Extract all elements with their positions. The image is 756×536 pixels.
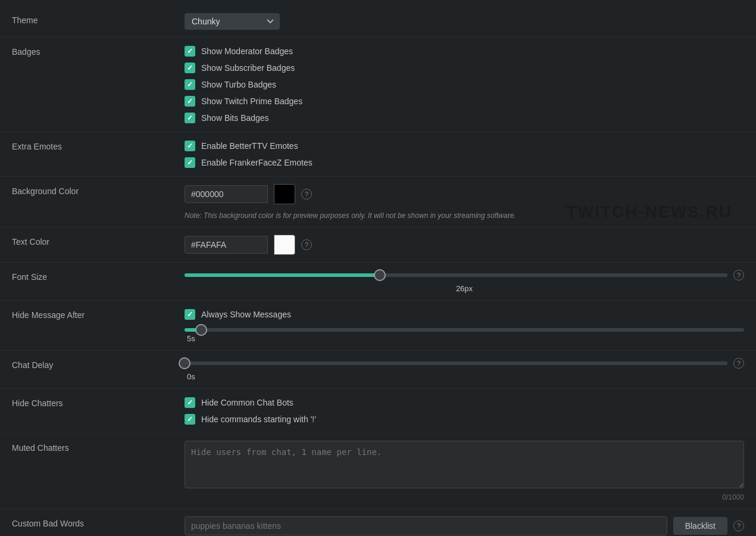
text-color-control: ? (185, 235, 744, 255)
chat-delay-label: Chat Delay (12, 358, 185, 370)
always-show-messages-row: Always Show Messages (185, 308, 744, 321)
hide-chatters-label: Hide Chatters (12, 396, 185, 408)
text-color-input-row: ? (185, 235, 744, 255)
hide-message-after-row: Hide Message After Always Show Messages … (0, 301, 756, 351)
blacklist-button[interactable]: Blacklist (673, 517, 727, 535)
always-show-messages-label: Always Show Messages (201, 310, 291, 319)
background-color-help-icon[interactable]: ? (301, 189, 312, 200)
text-color-label: Text Color (12, 235, 185, 247)
muted-chatters-label: Muted Chatters (12, 441, 185, 453)
hide-commands-label: Hide commands starting with '!' (201, 415, 316, 424)
theme-control: DefaultChunkyCleanCompact (185, 13, 744, 30)
muted-chatters-control: 0/1000 (185, 441, 744, 501)
badge-twitch-prime-label: Show Twitch Prime Badges (201, 96, 302, 106)
badge-twitch-prime-checkbox[interactable] (185, 96, 195, 107)
hide-common-bots-label: Hide Common Chat Bots (201, 398, 293, 407)
background-color-label: Background Color (12, 184, 185, 196)
background-color-control: ? Note: This background color is for pre… (185, 184, 744, 220)
font-size-value: 26px (185, 284, 744, 293)
chat-delay-slider-handle[interactable] (179, 357, 190, 369)
chat-delay-slider-wrapper (185, 362, 727, 365)
hide-delay-slider-container: 5s (185, 328, 744, 343)
badges-label: Badges (12, 45, 185, 57)
font-size-slider-fill (185, 273, 380, 277)
badge-bits-row: Show Bits Badges (185, 111, 744, 124)
extra-emotes-control: Enable BetterTTV Emotes Enable FrankerFa… (185, 139, 744, 169)
background-color-input[interactable] (185, 185, 268, 203)
font-size-slider-wrapper (185, 273, 727, 277)
hide-commands-row: Hide commands starting with '!' (185, 413, 744, 426)
text-color-help-icon[interactable]: ? (301, 239, 312, 250)
badges-control: Show Moderator Badges Show Subscriber Ba… (185, 45, 744, 124)
badge-subscriber-row: Show Subscriber Badges (185, 61, 744, 74)
badge-turbo-checkbox[interactable] (185, 79, 195, 90)
muted-chatters-row: Muted Chatters 0/1000 (0, 434, 756, 509)
badge-moderator-label: Show Moderator Badges (201, 46, 293, 56)
betterttv-checkbox[interactable] (185, 141, 195, 151)
hide-delay-slider-handle[interactable] (195, 324, 207, 336)
hide-delay-value: 5s (185, 334, 744, 343)
frankerfacez-label: Enable FrankerFaceZ Emotes (201, 158, 313, 167)
badge-twitch-prime-row: Show Twitch Prime Badges (185, 95, 744, 108)
background-color-note: Note: This background color is for previ… (185, 211, 744, 220)
background-color-input-row: ? (185, 184, 744, 204)
custom-bad-words-control: Blacklist ? (185, 516, 744, 535)
font-size-slider-handle[interactable] (374, 269, 386, 281)
muted-chatters-count: 0/1000 (185, 493, 744, 501)
hide-message-after-control: Always Show Messages 5s (185, 308, 744, 343)
hide-delay-slider-bg (185, 328, 744, 332)
hide-delay-slider-row (185, 328, 744, 332)
chat-delay-slider-bg (185, 362, 727, 365)
badge-moderator-row: Show Moderator Badges (185, 45, 744, 58)
font-size-control: ? 26px (185, 270, 744, 293)
badge-subscriber-checkbox[interactable] (185, 63, 195, 73)
hide-chatters-control: Hide Common Chat Bots Hide commands star… (185, 396, 744, 426)
extra-emotes-label: Extra Emotes (12, 139, 185, 151)
theme-row: Theme DefaultChunkyCleanCompact (0, 6, 756, 38)
theme-select[interactable]: DefaultChunkyCleanCompact (185, 13, 280, 30)
hide-chatters-row: Hide Chatters Hide Common Chat Bots Hide… (0, 389, 756, 434)
font-size-slider-row: ? (185, 270, 744, 281)
background-color-row: Background Color ? Note: This background… (0, 177, 756, 228)
settings-container: Theme DefaultChunkyCleanCompact Badges S… (0, 0, 756, 536)
font-size-label: Font Size (12, 270, 185, 282)
badge-moderator-checkbox[interactable] (185, 46, 195, 57)
custom-bad-words-label: Custom Bad Words (12, 516, 185, 528)
bad-words-input-row: Blacklist ? (185, 516, 744, 535)
font-size-slider-bg (185, 273, 727, 277)
muted-chatters-textarea[interactable] (185, 441, 744, 488)
frankerfacez-checkbox[interactable] (185, 157, 195, 168)
chat-delay-slider-row: ? (185, 358, 744, 369)
badge-subscriber-label: Show Subscriber Badges (201, 63, 295, 73)
chat-delay-row: Chat Delay ? 0s (0, 351, 756, 389)
always-show-messages-checkbox[interactable] (185, 309, 195, 320)
badges-row: Badges Show Moderator Badges Show Subscr… (0, 38, 756, 132)
badge-turbo-label: Show Turbo Badges (201, 80, 276, 89)
bad-words-input[interactable] (185, 516, 667, 535)
theme-label: Theme (12, 13, 185, 25)
chat-delay-control: ? 0s (185, 358, 744, 381)
hide-message-after-label: Hide Message After (12, 308, 185, 320)
text-color-input[interactable] (185, 236, 268, 254)
frankerfacez-row: Enable FrankerFaceZ Emotes (185, 156, 744, 169)
betterttv-label: Enable BetterTTV Emotes (201, 141, 298, 151)
hide-delay-slider-wrapper (185, 328, 744, 332)
extra-emotes-row: Extra Emotes Enable BetterTTV Emotes Ena… (0, 132, 756, 177)
custom-bad-words-row: Custom Bad Words Blacklist ? (0, 509, 756, 536)
betterttv-row: Enable BetterTTV Emotes (185, 139, 744, 152)
hide-common-bots-row: Hide Common Chat Bots (185, 396, 744, 409)
background-color-swatch[interactable] (274, 184, 295, 204)
text-color-swatch[interactable] (274, 235, 295, 255)
badge-bits-label: Show Bits Badges (201, 113, 269, 123)
badge-bits-checkbox[interactable] (185, 113, 195, 123)
badge-turbo-row: Show Turbo Badges (185, 78, 744, 91)
font-size-row: Font Size ? 26px (0, 263, 756, 301)
chat-delay-help-icon[interactable]: ? (733, 358, 744, 369)
text-color-row: Text Color ? (0, 228, 756, 263)
hide-commands-checkbox[interactable] (185, 414, 195, 425)
hide-common-bots-checkbox[interactable] (185, 397, 195, 408)
chat-delay-value: 0s (185, 372, 744, 381)
bad-words-help-icon[interactable]: ? (733, 521, 744, 531)
font-size-help-icon[interactable]: ? (733, 270, 744, 281)
